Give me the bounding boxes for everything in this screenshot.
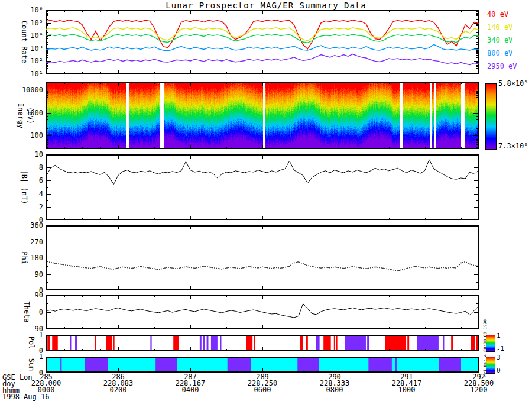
pol-axis-title: Pol (27, 335, 35, 351)
b-axis-title: |B| (nT) (20, 154, 28, 220)
phi-plot (46, 225, 479, 290)
energy-axis-title-units: (eV) (26, 82, 34, 149)
sun-colorbar-max-label: 3 (497, 354, 501, 361)
x-tick-label-hhmm: 0800 (308, 387, 361, 393)
legend-entry: 140 eV (487, 23, 512, 31)
sun-colorbar-min-label: 0 (497, 367, 501, 374)
phi-axis-title: Phi (20, 225, 28, 290)
count-rate-axis-title: Count Rate (20, 10, 28, 74)
x-tick-label-hhmm: 0400 (164, 387, 217, 393)
theta-ytick: 90 (0, 292, 43, 299)
sun-bar (46, 357, 479, 373)
page-title: Lunar Prospector MAG/ER Summary Data (89, 1, 443, 10)
pol-bar (46, 335, 479, 351)
pol-colorbar-max-label: 1 (497, 332, 501, 339)
legend-entry: 800 eV (487, 49, 512, 57)
x-tick-label-hhmm: 0600 (236, 387, 289, 393)
energy-axis-title: Energy (17, 82, 25, 149)
creation-timestamp: Fri Dec 4 08:08:08 1998 (483, 319, 488, 377)
b-magnitude-plot (46, 154, 479, 220)
energy-spectrogram (46, 82, 479, 149)
theta-axis-title: Theta (22, 295, 31, 329)
x-tick-label-hhmm: 1000 (380, 387, 433, 393)
theta-plot (46, 295, 479, 329)
count-rate-plot (46, 10, 479, 74)
sun-ytick: 1 (0, 353, 43, 360)
sun-axis-title: Sun (27, 357, 35, 373)
colorbar-max-label: 5.8×10⁵ (498, 80, 528, 87)
theta-ytick: 0 (0, 309, 43, 316)
x-tick-label-hhmm: 0000 (20, 387, 73, 393)
legend-entry: 40 eV (487, 10, 508, 18)
legend-entry: 340 eV (487, 36, 512, 44)
date-label: 1998 Aug 16 (2, 394, 49, 400)
x-tick-label-hhmm: 1200 (452, 387, 505, 393)
colorbar-min-label: 7.3×10⁰ (498, 143, 528, 150)
x-tick-label-hhmm: 0200 (92, 387, 145, 393)
pol-ytick: 1 (0, 331, 43, 338)
pol-colorbar-min-label: -1 (497, 345, 504, 352)
summary-plot: Lunar Prospector MAG/ER Summary Data 10¹… (0, 0, 532, 414)
spectrogram-colorbar (485, 83, 497, 150)
legend-entry: 2950 eV (487, 62, 517, 70)
